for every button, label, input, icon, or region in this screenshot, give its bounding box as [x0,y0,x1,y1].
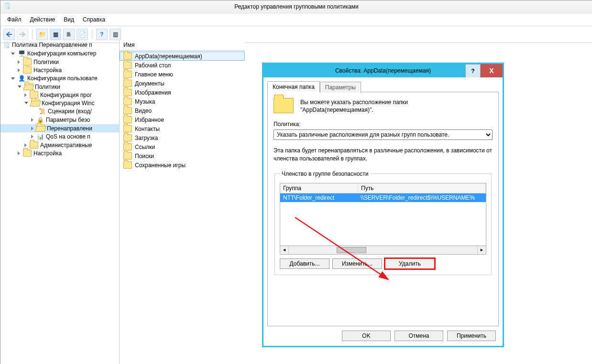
menu-view[interactable]: Вид [60,15,78,24]
tree-item[interactable]: Настройка [0,149,119,157]
tree-item[interactable]: Политики [0,83,119,91]
chevron-right-icon[interactable] [31,127,33,130]
list-item[interactable]: Музыка [120,97,245,106]
delete-button[interactable]: Удалить [385,258,435,269]
folder-icon [123,98,132,105]
list-item[interactable]: Главное меню [120,70,245,79]
group-list[interactable]: Группа Путь NTT\Folder_redirect \\SERVER… [280,183,486,246]
tree-item[interactable]: 🔒Параметры безо [0,116,119,124]
tree-item[interactable]: 👤Конфигурация пользовате [0,74,119,83]
tree-item[interactable]: Конфигурация прог [0,91,119,99]
menu-action[interactable]: Действие [26,15,59,24]
list-item-label: Изображения [135,89,171,96]
chevron-right-icon[interactable] [24,93,27,97]
cancel-button[interactable]: Отмена [395,331,443,341]
scroll-right-button[interactable]: ► [477,246,486,254]
folder-icon [23,66,32,74]
help-button[interactable]: ? [96,29,108,40]
dialog-body: Конечная папка Параметры Вы можете указа… [263,77,503,346]
scroll-left-button[interactable]: ◄ [280,246,289,254]
list-item[interactable]: Видео [120,106,245,115]
tree-item[interactable]: Административные [0,141,119,149]
up-button[interactable]: 📁 [36,29,48,40]
menu-help[interactable]: Справка [79,15,109,24]
chevron-right-icon[interactable] [24,143,27,147]
policy-combo[interactable]: Указать различные расположения для разны… [274,129,493,140]
chevron-down-icon[interactable] [11,53,15,55]
col-group[interactable]: Группа [280,183,358,193]
tree-item-label: Конфигурация прог [40,92,92,98]
tree-item[interactable]: Конфигурация Winc [0,99,119,107]
list-pane[interactable]: Имя AppData(перемещаемая)Рабочий столГла… [120,40,245,364]
chevron-right-icon[interactable] [18,151,20,155]
list-item[interactable]: Сохраненные игры [120,161,245,170]
list-item-label: Поиски [135,153,154,160]
tree-item-label: Настройка [33,67,62,74]
tree-item[interactable]: Политики [0,58,119,66]
list-item[interactable]: Документы [120,79,245,88]
ok-button[interactable]: OK [342,331,391,341]
tab-params[interactable]: Параметры [320,82,361,93]
policy-icon: 🗒️ [2,41,10,49]
filter-button[interactable]: ▥ [110,29,121,40]
list-item-label: Рабочий стол [135,62,171,69]
tree-root[interactable]: 🗒️ Политика Перенаправление п [0,41,119,49]
chevron-down-icon[interactable] [18,86,22,88]
menu-file[interactable]: Файл [3,15,25,24]
scroll-track[interactable] [289,246,477,254]
folder-icon [123,152,132,160]
dialog-close-button[interactable]: X [481,64,503,77]
tree-item[interactable]: 📜Сценарии (вход/ [0,107,119,116]
export-button[interactable]: 📄 [77,29,88,40]
tree-item[interactable]: 📊QoS на основе п [0,132,119,141]
tree-item[interactable]: 🖥️Конфигурация компьютер [0,49,119,58]
group-list-scrollbar[interactable]: ◄ ► [280,246,486,255]
list-item[interactable]: Изображения [120,88,245,97]
chevron-right-icon[interactable] [18,68,20,72]
list-item-label: Документы [135,80,164,87]
folder-icon [123,71,132,78]
apply-button[interactable]: Применить [447,331,496,341]
list-item[interactable]: Поиски [120,151,245,161]
qos-icon: 📊 [36,133,44,140]
list-item[interactable]: Ссылки [120,142,245,151]
chevron-right-icon[interactable] [18,60,20,64]
policy-note: Эта папка будет перенаправляться в разли… [274,147,493,163]
list-item[interactable]: Избранное [120,115,245,124]
add-button[interactable]: Добавить... [280,258,329,269]
chevron-down-icon[interactable] [11,77,15,80]
chevron-right-icon[interactable] [31,118,33,122]
list-header-name[interactable]: Имя [120,40,245,51]
tree-pane[interactable]: 🗒️ Политика Перенаправление п 🖥️Конфигур… [0,40,120,364]
tab-target[interactable]: Конечная папка [267,81,320,92]
chevron-down-icon[interactable] [24,102,28,104]
refresh-button[interactable]: 🗎 [63,29,75,40]
folder-icon [123,161,132,169]
dialog-help-button[interactable]: ? [465,64,481,78]
scroll-thumb[interactable] [337,247,366,253]
window-title: Редактор управления групповыми политикам… [234,3,359,10]
tree-item-label: Параметры безо [46,117,90,123]
tree-item-label: Настройка [33,150,62,157]
chevron-right-icon[interactable] [31,135,33,139]
tree-item[interactable]: Перенаправлени [0,124,119,132]
folder-icon [123,134,132,141]
list-item[interactable]: Рабочий стол [120,61,245,70]
tree-item-label: Сценарии (вход/ [48,108,92,115]
edit-button[interactable]: Изменить... [332,258,382,269]
forward-button[interactable] [17,29,28,40]
tree-item-label: Административные [40,142,92,149]
back-button[interactable] [3,29,15,40]
list-item[interactable]: Загрузка [120,133,245,142]
policy-label: Политика: [274,121,493,128]
dialog-titlebar[interactable]: Свойства: AppData(перемещаемая) ? X [263,64,503,77]
show-hide-tree-button[interactable]: ▦ [50,29,61,40]
folder-icon [123,143,132,150]
tree-item-label: Конфигурация пользовате [27,75,98,82]
col-path[interactable]: Путь [358,183,486,193]
folder-icon [123,89,132,96]
group-list-row[interactable]: NTT\Folder_redirect \\SERVER\Folder_redi… [280,193,486,202]
tree-item[interactable]: Настройка [0,66,119,74]
list-item[interactable]: AppData(перемещаемая) [120,52,245,61]
list-item[interactable]: Контакты [120,124,245,133]
